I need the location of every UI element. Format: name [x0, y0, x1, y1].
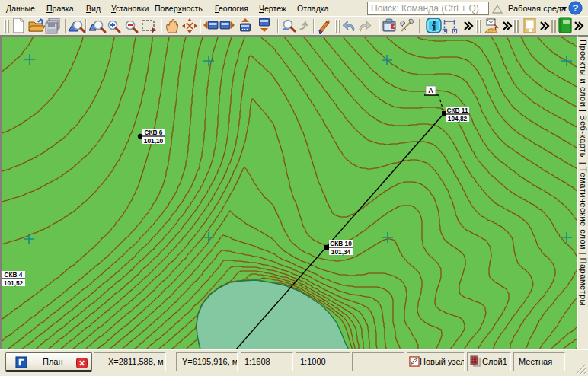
- svg-text:СКВ 4: СКВ 4: [5, 271, 23, 279]
- svg-text:104,82: 104,82: [448, 115, 468, 123]
- svg-text:СКВ 10: СКВ 10: [330, 240, 352, 247]
- svg-text:?: ?: [573, 2, 579, 14]
- svg-text:А: А: [428, 87, 433, 94]
- svg-text:101,52: 101,52: [4, 279, 24, 287]
- svg-text:СКВ 11: СКВ 11: [446, 107, 468, 114]
- svg-text:101,10: 101,10: [144, 137, 164, 145]
- svg-text:101,34: 101,34: [331, 248, 351, 256]
- svg-text:СКВ 6: СКВ 6: [145, 129, 163, 136]
